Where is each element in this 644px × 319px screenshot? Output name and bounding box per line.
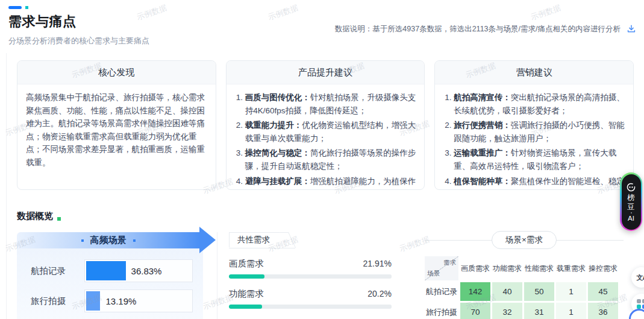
matrix-cell: 32 <box>492 303 522 319</box>
ai-label-char: 榜 <box>627 194 635 202</box>
need-track <box>229 305 392 309</box>
overview-heading: 数据概览 <box>17 210 61 222</box>
page-title: 需求与痛点 <box>8 13 149 31</box>
matrix-corner-cell: 需求 场景 <box>425 256 458 280</box>
list-item: 画质与图传优化：针对航拍场景，升级摄像头支持4K/60fps拍摄，降低图传延迟； <box>245 91 416 117</box>
matrix-column-header: 载重需求 <box>556 256 586 280</box>
watermark-text: 示例数据 <box>266 2 299 23</box>
list-item: 操控简化与稳定：简化旅行拍摄等场景的操作步骤，提升自动返航稳定性； <box>245 147 416 172</box>
matrix-cell: 142 <box>460 282 490 301</box>
matrix-cell: 45 <box>588 282 618 301</box>
list-item: 航拍高清宣传：突出航拍记录场景的高清拍摄、长续航优势，吸引摄影爱好者； <box>454 91 625 117</box>
scene-bar-row: 旅行拍摄 13.19% <box>31 289 193 312</box>
download-button[interactable] <box>626 24 637 34</box>
scene-bar: 36.83% <box>84 259 193 282</box>
insight-cards: 核心发现 高频场景集中于航拍记录、旅行拍摄等，核心需求聚焦画质、功能、性能，痛点… <box>17 60 634 190</box>
download-icon <box>627 24 636 34</box>
card-title: 核心发现 <box>17 61 216 84</box>
title-accent-dot-icon <box>25 6 28 9</box>
card-title: 营销建议 <box>435 61 633 84</box>
need-value: 21.91% <box>363 259 392 268</box>
card-product-suggestions: 产品提升建议 画质与图传优化：针对航拍场景，升级摄像头支持4K/60fps拍摄，… <box>226 60 425 190</box>
matrix-row-label: 旅行拍摄 <box>425 303 458 319</box>
matrix-cell: 40 <box>492 282 522 301</box>
high-frequency-scenes-panel: 高频场景 航拍记录 36.83% 旅行拍摄 13.19% <box>17 232 203 319</box>
scenes-panel-header: 高频场景 <box>17 232 199 248</box>
card-body: 高频场景集中于航拍记录、旅行拍摄等，核心需求聚焦画质、功能、性能，痛点以性能不足… <box>17 84 216 174</box>
scene-bar: 13.19% <box>84 289 193 312</box>
scene-bar-fill <box>86 291 100 311</box>
blue-square-icon <box>133 239 136 242</box>
matrix-cell: 1 <box>556 282 586 301</box>
page-header: 需求与痛点 分场景分析消费者的核心需求与主要痛点 <box>8 5 149 46</box>
card-title: 产品提升建议 <box>227 61 425 84</box>
translate-button[interactable]: 文A <box>631 267 644 288</box>
need-row: 画质需求 21.91% <box>229 258 392 279</box>
data-note: 数据说明：基于所选4937条数据，筛选出2113条与场景/需求/痛点相关的内容进… <box>335 24 637 34</box>
ai-robot-icon <box>625 182 637 193</box>
need-fill <box>229 274 264 279</box>
list-item: 避障与挂载扩展：增强航拍避障能力，为植保作业增加多模态挂载接口。 <box>245 175 416 190</box>
title-accent <box>8 5 149 10</box>
matrix-column-header: 操控需求 <box>588 256 618 280</box>
apps-grid-icon <box>637 299 644 309</box>
overview-heading-text: 数据概览 <box>17 210 53 222</box>
matrix-cell: 1 <box>556 303 586 319</box>
matrix-cell: 31 <box>524 303 554 319</box>
marketing-suggestion-list: 航拍高清宣传：突出航拍记录场景的高清拍摄、长续航优势，吸引摄影爱好者； 旅行便携… <box>443 91 625 190</box>
green-square-icon <box>57 217 61 221</box>
matrix-header: 场景×需求 <box>425 231 624 249</box>
matrix-row-label: 航拍记录 <box>425 282 458 301</box>
card-core-findings: 核心发现 高频场景集中于航拍记录、旅行拍摄等，核心需求聚焦画质、功能、性能，痛点… <box>17 60 216 190</box>
matrix-column-header: 功能需求 <box>492 256 522 280</box>
common-needs-panel: 共性需求 画质需求 21.91% 功能需求 20.2% 性能需求 17.13% <box>217 232 393 319</box>
need-value: 20.2% <box>367 289 392 298</box>
card-body: 航拍高清宣传：突出航拍记录场景的高清拍摄、长续航优势，吸引摄影爱好者； 旅行便携… <box>435 84 633 190</box>
matrix-cell: 70 <box>460 303 490 319</box>
need-fill <box>229 305 262 309</box>
matrix-cell: 36 <box>588 303 618 319</box>
list-item: 载重能力提升：优化物资运输机型结构，增强大载重与单次载重能力； <box>245 119 416 145</box>
list-item: 旅行便携营销：强调旅行拍摄的小巧便携、智能跟随功能，触达旅游用户； <box>454 119 625 145</box>
scene-bar-fill <box>86 261 126 280</box>
content-left-divider <box>6 53 7 319</box>
list-item: 植保智能种草：聚焦植保作业的智能巡检、稳定飞行，触达农业作业群体。 <box>454 175 625 190</box>
matrix-table: 需求 场景 画质需求 功能需求 性能需求 载重需求 操控需求 航拍记录 142 … <box>425 256 624 319</box>
need-label: 功能需求 <box>229 288 264 300</box>
ai-label-suffix: AI <box>628 215 634 223</box>
needs-tab-label: 共性需求 <box>229 232 280 247</box>
card-marketing-suggestions: 营销建议 航拍高清宣传：突出航拍记录场景的高清拍摄、长续航优势，吸引摄影爱好者；… <box>434 60 634 190</box>
page-subtitle: 分场景分析消费者的核心需求与主要痛点 <box>8 36 149 46</box>
scene-label: 旅行拍摄 <box>31 295 84 307</box>
scene-need-matrix-panel: 场景×需求 需求 场景 画质需求 功能需求 性能需求 载重需求 操控需求 航拍记… <box>425 231 624 319</box>
divider-line <box>557 240 624 241</box>
ai-assistant-button[interactable]: 榜 豆 AI <box>620 172 642 231</box>
floating-tool-button[interactable] <box>629 309 644 319</box>
data-note-text: 数据说明：基于所选4937条数据，筛选出2113条与场景/需求/痛点相关的内容进… <box>335 24 621 34</box>
matrix-title: 场景×需求 <box>492 231 557 249</box>
card-body: 画质与图传优化：针对航拍场景，升级摄像头支持4K/60fps拍摄，降低图传延迟；… <box>227 84 425 190</box>
needs-tab: 共性需求 <box>229 232 295 248</box>
scene-bar-row: 航拍记录 36.83% <box>31 259 193 282</box>
divider-line <box>425 240 492 241</box>
matrix-column-header: 画质需求 <box>460 256 490 280</box>
product-suggestion-list: 画质与图传优化：针对航拍场景，升级摄像头支持4K/60fps拍摄，降低图传延迟；… <box>235 91 416 190</box>
scene-value: 36.83% <box>131 266 162 276</box>
title-accent-dash-icon <box>8 6 22 9</box>
ai-label-char: 豆 <box>627 203 635 211</box>
matrix-cell: 50 <box>524 282 554 301</box>
blue-square-icon <box>81 239 84 242</box>
watermark-text: 示例数据 <box>529 2 562 23</box>
core-findings-text: 高频场景集中于航拍记录、旅行拍摄等，核心需求聚焦画质、功能、性能，痛点以性能不足… <box>26 91 207 169</box>
list-item: 运输载重推广：针对物资运输场景，宣传大载重、高效吊运特性，吸引物流客户； <box>454 147 625 172</box>
dot-icon <box>631 212 632 213</box>
need-track <box>229 274 392 279</box>
scene-value: 13.19% <box>105 296 136 306</box>
need-row: 功能需求 20.2% <box>229 288 392 309</box>
matrix-column-header: 性能需求 <box>524 256 554 280</box>
need-label: 画质需求 <box>229 258 264 270</box>
scenes-panel-title: 高频场景 <box>90 235 127 246</box>
scene-label: 航拍记录 <box>31 265 84 277</box>
translate-icon: 文A <box>637 273 644 282</box>
arrow-right-icon <box>199 227 216 253</box>
